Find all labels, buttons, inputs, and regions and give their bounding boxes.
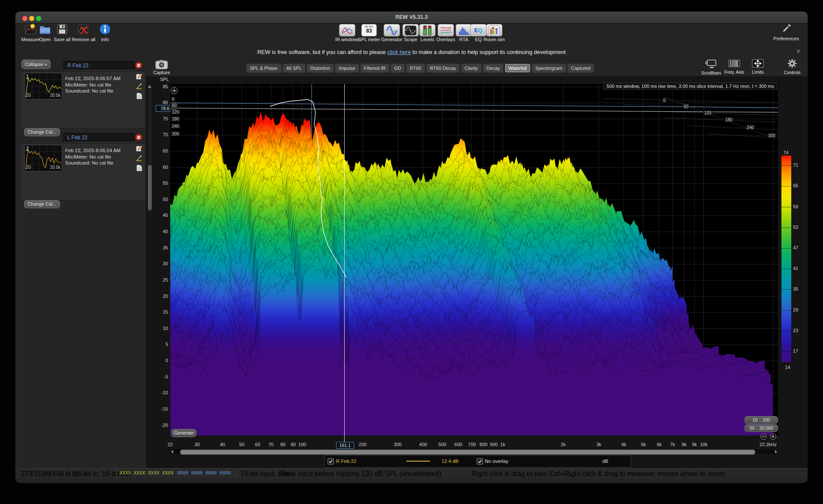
measurement-name-field[interactable]: R Feb 22 (63, 61, 135, 70)
freq-axis-icon (728, 59, 741, 69)
window-title: REW V5.31.3 (15, 14, 808, 20)
status-hex-blue: 0000 0000 0000 0000 (177, 470, 231, 476)
y-tick-label: 45 (150, 213, 168, 218)
measurement-index: 2 (26, 146, 29, 151)
measurement-index: 1 (26, 74, 29, 79)
y-tick-label: 25 (150, 277, 168, 282)
series-checkbox[interactable] (327, 458, 334, 465)
collapse-button[interactable]: Collapse « (21, 60, 51, 68)
page-icon (136, 93, 142, 101)
cursor-freq-readout: 161.1 (336, 442, 354, 449)
measurement-date: Feb 22, 2025 8:06:24 AM (65, 148, 120, 153)
edit-notes-button[interactable] (136, 73, 142, 81)
sidebar-scrollbar-thumb[interactable] (148, 165, 152, 210)
x-tick-label: 30 (189, 442, 206, 447)
change-cal-button[interactable]: Change Cal... (24, 200, 60, 208)
x-tick-label: 40 (214, 442, 231, 447)
status-memory: 273/318MB (21, 470, 56, 478)
tab-gd[interactable]: GD (390, 63, 405, 73)
controls-button[interactable]: Controls (781, 59, 803, 75)
measurement-soundcard-cal: Soundcard: No cal file (65, 88, 114, 93)
info-sheet-button[interactable] (136, 165, 142, 173)
measurement-thumbnail[interactable]: 1 20 20.0k (24, 73, 62, 99)
change-cal-button[interactable]: Change Cal... (24, 128, 60, 136)
colorbar-tick-label: 41 (793, 266, 798, 271)
toolbar-room-sim-button[interactable]: Room sim (482, 24, 506, 42)
freq-range-button[interactable]: 10 .. 200 (745, 416, 778, 424)
measurement-thumbnail[interactable]: 2 20 20.0k (24, 145, 62, 171)
toolbar-info-button[interactable]: Info (95, 23, 115, 42)
tab-rt60[interactable]: RT60 (406, 63, 425, 73)
tab-impulse[interactable]: Impulse (335, 63, 359, 73)
y-tick-label: 65 (150, 148, 168, 153)
info-sheet-button[interactable] (136, 93, 142, 101)
colorbar-tick-label: 71 (793, 162, 798, 168)
y-tick-label: 80 (150, 100, 168, 105)
time-tick-label-right: 0 (662, 98, 667, 103)
cursor-spl-readout: 78.6 (156, 105, 171, 112)
close-icon[interactable]: ✕ (796, 48, 801, 54)
toolbar-ir-windows-button[interactable]: IR windows (335, 24, 359, 42)
spl-meter-icon: dB SPL83 (361, 24, 377, 36)
colorbar-tick (781, 165, 791, 166)
info-icon (99, 23, 111, 37)
thumbnail-freq-min: 20 (26, 165, 31, 170)
scroll-left-icon[interactable] (171, 450, 173, 453)
y-tick-label: 50 (150, 197, 168, 202)
donation-link[interactable]: click here (387, 49, 411, 55)
measurement-mic-cal: Mic/Meter: No cal file (65, 154, 111, 159)
y-tick-label: -5 (150, 374, 168, 379)
y-tick-label: 70 (150, 132, 168, 137)
generate-button[interactable]: Generate (171, 429, 196, 437)
series-color-swatch (406, 461, 430, 462)
toolbar-save-all-button[interactable]: Save all (52, 23, 72, 42)
range-zoom-out-button[interactable] (760, 433, 767, 440)
y-tick-label: 85 (150, 84, 168, 89)
waterfall-chart[interactable] (170, 84, 778, 435)
freq-scrollbar-thumb[interactable] (180, 450, 755, 455)
x-tick-label: 22.2kHz (760, 442, 777, 447)
tab-waterfall[interactable]: Waterfall (505, 63, 531, 73)
delete-measurement-button[interactable] (135, 134, 142, 143)
scroll-right-icon[interactable] (775, 450, 777, 453)
measurement-name-field[interactable]: L Feb 22 (63, 133, 135, 142)
x-tick-label: 500 (434, 442, 451, 447)
tab-filtered-ir[interactable]: Filtered IR (360, 63, 390, 73)
measurement-soundcard-cal: Soundcard: No cal file (65, 160, 114, 165)
range-zoom-in-button[interactable] (770, 433, 776, 440)
mic-cal-button[interactable] (136, 155, 142, 163)
full-range-button[interactable]: 20 .. 20,000 (745, 424, 778, 432)
toolbar-spl-meter-button[interactable]: dB SPL83 SPL meter (357, 24, 381, 42)
tab-clarity[interactable]: Clarity (461, 63, 482, 73)
tab-spectrogram[interactable]: Spectrogram (532, 63, 566, 73)
colorbar-tick-label: 29 (793, 307, 798, 312)
tab-captured[interactable]: Captured (567, 63, 594, 73)
tab-rt60-decay[interactable]: RT60 Decay (426, 63, 460, 73)
mic-cal-button[interactable] (136, 83, 142, 91)
tab-decay[interactable]: Decay (483, 63, 504, 73)
overlay-checkbox[interactable] (477, 458, 483, 465)
time-tick-label-left: 300 (171, 132, 180, 136)
tab-distortion[interactable]: Distortion (306, 63, 334, 73)
series-name: R Feb 22 (336, 459, 356, 464)
delete-measurement-button[interactable] (135, 62, 142, 71)
delete-icon (135, 135, 142, 142)
scroll-up-icon[interactable] (148, 85, 151, 88)
scrollbars-button[interactable]: Scrollbars (700, 59, 722, 75)
zoom-in-button[interactable] (171, 87, 178, 94)
edit-notes-button[interactable] (136, 145, 142, 153)
limits-button[interactable]: Limits (747, 59, 769, 75)
donation-message: REW is free software, but if you can aff… (15, 49, 808, 55)
tab-spl-phase[interactable]: SPL & Phase (246, 63, 282, 73)
toolbar-remove-all-button[interactable]: Remove all (74, 23, 93, 42)
x-tick-label: 22 (162, 442, 179, 447)
tab-all-spl[interactable]: All SPL (282, 63, 306, 73)
colorbar-tick-label: 23 (793, 328, 798, 333)
colorbar-tick (781, 310, 791, 311)
room-sim-icon (486, 24, 502, 36)
page-icon (136, 165, 142, 173)
remove-chart-icon (77, 23, 90, 37)
preferences-button[interactable]: Preferences (774, 23, 799, 41)
freq-axis-button[interactable]: Freq. Axis (723, 59, 745, 75)
chevron-left-icon: « (45, 62, 47, 67)
